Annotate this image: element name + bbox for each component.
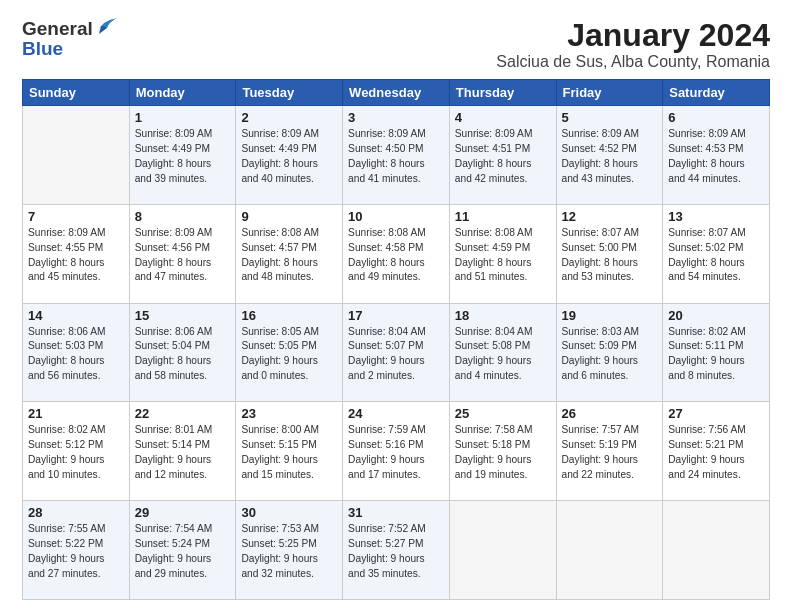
day-info: Sunrise: 7:59 AM Sunset: 5:16 PM Dayligh… — [348, 423, 444, 482]
day-info: Sunrise: 7:56 AM Sunset: 5:21 PM Dayligh… — [668, 423, 764, 482]
day-number: 2 — [241, 110, 337, 125]
table-row: 30Sunrise: 7:53 AM Sunset: 5:25 PM Dayli… — [236, 501, 343, 600]
calendar-week-row: 14Sunrise: 8:06 AM Sunset: 5:03 PM Dayli… — [23, 303, 770, 402]
calendar-week-row: 7Sunrise: 8:09 AM Sunset: 4:55 PM Daylig… — [23, 204, 770, 303]
day-number: 1 — [135, 110, 231, 125]
table-row: 1Sunrise: 8:09 AM Sunset: 4:49 PM Daylig… — [129, 106, 236, 205]
day-number: 26 — [562, 406, 658, 421]
day-info: Sunrise: 8:09 AM Sunset: 4:52 PM Dayligh… — [562, 127, 658, 186]
day-number: 29 — [135, 505, 231, 520]
day-info: Sunrise: 8:05 AM Sunset: 5:05 PM Dayligh… — [241, 325, 337, 384]
day-info: Sunrise: 8:08 AM Sunset: 4:57 PM Dayligh… — [241, 226, 337, 285]
day-number: 9 — [241, 209, 337, 224]
day-info: Sunrise: 8:09 AM Sunset: 4:50 PM Dayligh… — [348, 127, 444, 186]
header: General Blue January 2024 Salciua de Sus… — [22, 18, 770, 71]
day-number: 15 — [135, 308, 231, 323]
table-row: 18Sunrise: 8:04 AM Sunset: 5:08 PM Dayli… — [449, 303, 556, 402]
title-block: January 2024 Salciua de Sus, Alba County… — [496, 18, 770, 71]
day-number: 21 — [28, 406, 124, 421]
table-row: 6Sunrise: 8:09 AM Sunset: 4:53 PM Daylig… — [663, 106, 770, 205]
day-info: Sunrise: 8:07 AM Sunset: 5:02 PM Dayligh… — [668, 226, 764, 285]
table-row — [663, 501, 770, 600]
day-number: 6 — [668, 110, 764, 125]
table-row: 10Sunrise: 8:08 AM Sunset: 4:58 PM Dayli… — [343, 204, 450, 303]
header-sunday: Sunday — [23, 80, 130, 106]
day-info: Sunrise: 8:09 AM Sunset: 4:56 PM Dayligh… — [135, 226, 231, 285]
day-number: 5 — [562, 110, 658, 125]
page: General Blue January 2024 Salciua de Sus… — [0, 0, 792, 612]
day-info: Sunrise: 8:06 AM Sunset: 5:04 PM Dayligh… — [135, 325, 231, 384]
table-row: 24Sunrise: 7:59 AM Sunset: 5:16 PM Dayli… — [343, 402, 450, 501]
table-row: 5Sunrise: 8:09 AM Sunset: 4:52 PM Daylig… — [556, 106, 663, 205]
day-number: 12 — [562, 209, 658, 224]
calendar-week-row: 28Sunrise: 7:55 AM Sunset: 5:22 PM Dayli… — [23, 501, 770, 600]
header-wednesday: Wednesday — [343, 80, 450, 106]
table-row: 28Sunrise: 7:55 AM Sunset: 5:22 PM Dayli… — [23, 501, 130, 600]
table-row: 11Sunrise: 8:08 AM Sunset: 4:59 PM Dayli… — [449, 204, 556, 303]
table-row: 19Sunrise: 8:03 AM Sunset: 5:09 PM Dayli… — [556, 303, 663, 402]
day-number: 4 — [455, 110, 551, 125]
table-row: 9Sunrise: 8:08 AM Sunset: 4:57 PM Daylig… — [236, 204, 343, 303]
table-row: 4Sunrise: 8:09 AM Sunset: 4:51 PM Daylig… — [449, 106, 556, 205]
day-info: Sunrise: 7:58 AM Sunset: 5:18 PM Dayligh… — [455, 423, 551, 482]
day-number: 20 — [668, 308, 764, 323]
day-info: Sunrise: 7:53 AM Sunset: 5:25 PM Dayligh… — [241, 522, 337, 581]
header-thursday: Thursday — [449, 80, 556, 106]
table-row: 12Sunrise: 8:07 AM Sunset: 5:00 PM Dayli… — [556, 204, 663, 303]
day-number: 16 — [241, 308, 337, 323]
day-info: Sunrise: 8:09 AM Sunset: 4:53 PM Dayligh… — [668, 127, 764, 186]
day-info: Sunrise: 7:55 AM Sunset: 5:22 PM Dayligh… — [28, 522, 124, 581]
day-info: Sunrise: 8:01 AM Sunset: 5:14 PM Dayligh… — [135, 423, 231, 482]
header-saturday: Saturday — [663, 80, 770, 106]
logo-general-text: General — [22, 18, 93, 40]
table-row — [23, 106, 130, 205]
logo: General Blue — [22, 18, 117, 60]
day-number: 14 — [28, 308, 124, 323]
table-row: 25Sunrise: 7:58 AM Sunset: 5:18 PM Dayli… — [449, 402, 556, 501]
calendar-week-row: 21Sunrise: 8:02 AM Sunset: 5:12 PM Dayli… — [23, 402, 770, 501]
table-row: 29Sunrise: 7:54 AM Sunset: 5:24 PM Dayli… — [129, 501, 236, 600]
header-monday: Monday — [129, 80, 236, 106]
table-row — [556, 501, 663, 600]
calendar-table: Sunday Monday Tuesday Wednesday Thursday… — [22, 79, 770, 600]
day-info: Sunrise: 8:06 AM Sunset: 5:03 PM Dayligh… — [28, 325, 124, 384]
day-info: Sunrise: 8:09 AM Sunset: 4:55 PM Dayligh… — [28, 226, 124, 285]
table-row: 17Sunrise: 8:04 AM Sunset: 5:07 PM Dayli… — [343, 303, 450, 402]
header-friday: Friday — [556, 80, 663, 106]
day-info: Sunrise: 8:03 AM Sunset: 5:09 PM Dayligh… — [562, 325, 658, 384]
day-info: Sunrise: 8:04 AM Sunset: 5:08 PM Dayligh… — [455, 325, 551, 384]
day-number: 30 — [241, 505, 337, 520]
day-number: 17 — [348, 308, 444, 323]
day-number: 31 — [348, 505, 444, 520]
table-row: 16Sunrise: 8:05 AM Sunset: 5:05 PM Dayli… — [236, 303, 343, 402]
day-number: 25 — [455, 406, 551, 421]
day-info: Sunrise: 7:52 AM Sunset: 5:27 PM Dayligh… — [348, 522, 444, 581]
table-row: 20Sunrise: 8:02 AM Sunset: 5:11 PM Dayli… — [663, 303, 770, 402]
day-info: Sunrise: 8:02 AM Sunset: 5:12 PM Dayligh… — [28, 423, 124, 482]
day-number: 8 — [135, 209, 231, 224]
table-row: 26Sunrise: 7:57 AM Sunset: 5:19 PM Dayli… — [556, 402, 663, 501]
day-number: 24 — [348, 406, 444, 421]
calendar-week-row: 1Sunrise: 8:09 AM Sunset: 4:49 PM Daylig… — [23, 106, 770, 205]
table-row: 2Sunrise: 8:09 AM Sunset: 4:49 PM Daylig… — [236, 106, 343, 205]
day-number: 13 — [668, 209, 764, 224]
day-number: 23 — [241, 406, 337, 421]
day-number: 18 — [455, 308, 551, 323]
day-number: 22 — [135, 406, 231, 421]
table-row: 13Sunrise: 8:07 AM Sunset: 5:02 PM Dayli… — [663, 204, 770, 303]
logo-bird-icon — [95, 18, 117, 36]
day-info: Sunrise: 8:07 AM Sunset: 5:00 PM Dayligh… — [562, 226, 658, 285]
table-row: 15Sunrise: 8:06 AM Sunset: 5:04 PM Dayli… — [129, 303, 236, 402]
calendar-header-row: Sunday Monday Tuesday Wednesday Thursday… — [23, 80, 770, 106]
table-row: 22Sunrise: 8:01 AM Sunset: 5:14 PM Dayli… — [129, 402, 236, 501]
day-number: 3 — [348, 110, 444, 125]
day-number: 7 — [28, 209, 124, 224]
day-info: Sunrise: 7:54 AM Sunset: 5:24 PM Dayligh… — [135, 522, 231, 581]
day-info: Sunrise: 8:09 AM Sunset: 4:49 PM Dayligh… — [241, 127, 337, 186]
table-row: 31Sunrise: 7:52 AM Sunset: 5:27 PM Dayli… — [343, 501, 450, 600]
table-row: 3Sunrise: 8:09 AM Sunset: 4:50 PM Daylig… — [343, 106, 450, 205]
day-number: 19 — [562, 308, 658, 323]
day-number: 11 — [455, 209, 551, 224]
table-row: 8Sunrise: 8:09 AM Sunset: 4:56 PM Daylig… — [129, 204, 236, 303]
day-info: Sunrise: 8:09 AM Sunset: 4:49 PM Dayligh… — [135, 127, 231, 186]
